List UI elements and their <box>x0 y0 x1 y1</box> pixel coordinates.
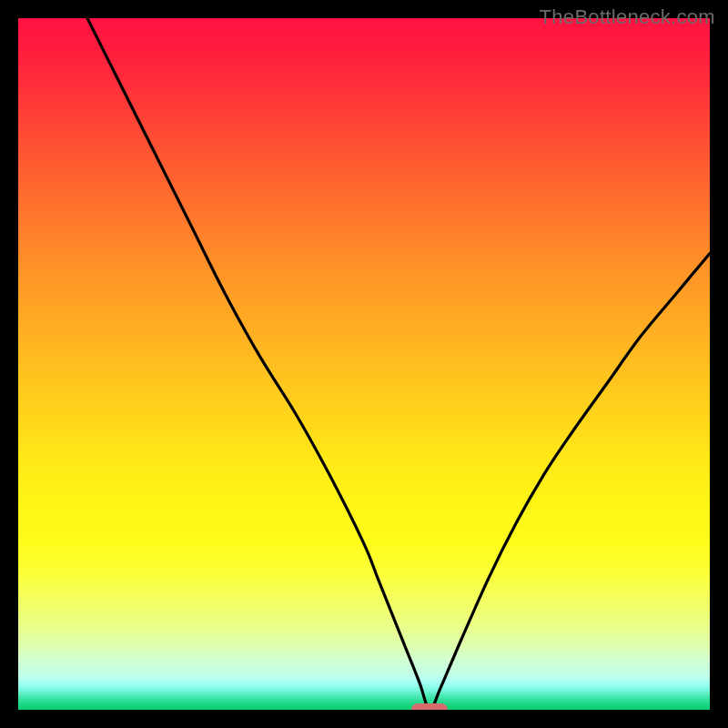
bottleneck-curve <box>18 18 710 710</box>
chart-frame: TheBottleneck.com <box>0 0 728 728</box>
minimum-marker <box>411 703 448 710</box>
watermark-text: TheBottleneck.com <box>540 5 715 29</box>
plot-area <box>18 18 710 710</box>
